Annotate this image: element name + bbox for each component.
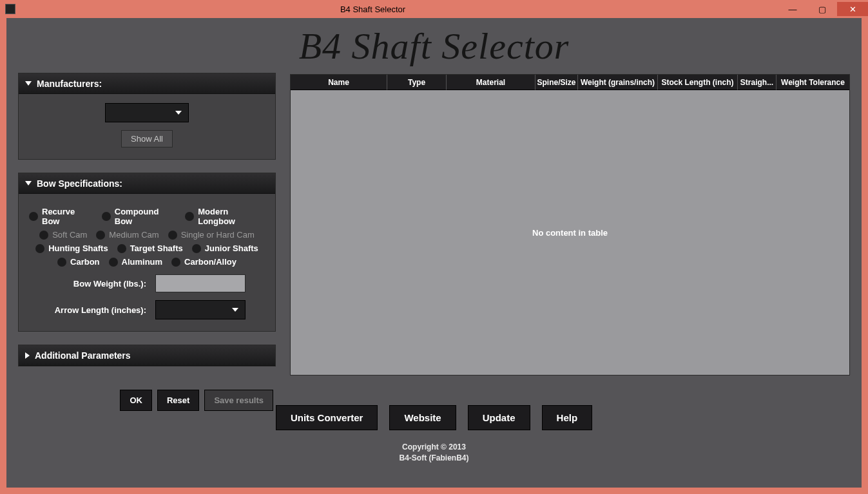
chevron-down-icon bbox=[232, 308, 238, 312]
radio-icon bbox=[39, 231, 48, 240]
author-line: B4-Soft (FabienB4) bbox=[18, 453, 850, 464]
radio-icon bbox=[117, 244, 126, 253]
show-all-button[interactable]: Show All bbox=[121, 130, 173, 147]
chevron-down-icon bbox=[175, 111, 182, 115]
radio-label: Hunting Shafts bbox=[48, 243, 108, 253]
radio-hunting-shafts[interactable]: Hunting Shafts bbox=[35, 243, 108, 253]
chevron-right-icon bbox=[25, 352, 30, 359]
col-material[interactable]: Material bbox=[447, 75, 535, 90]
col-spine[interactable]: Spine/Size bbox=[535, 75, 578, 90]
radio-modern-longbow[interactable]: Modern Longbow bbox=[185, 207, 265, 226]
website-button[interactable]: Website bbox=[389, 405, 456, 430]
update-button[interactable]: Update bbox=[468, 405, 530, 430]
radio-icon bbox=[57, 258, 66, 267]
radio-carbon[interactable]: Carbon bbox=[57, 257, 100, 267]
col-stock[interactable]: Stock Length (inch) bbox=[658, 75, 738, 90]
radio-label: Single or Hard Cam bbox=[181, 230, 255, 240]
radio-hard-cam: Single or Hard Cam bbox=[168, 230, 255, 240]
footer: Copyright © 2013 B4-Soft (FabienB4) bbox=[18, 442, 850, 464]
radio-junior-shafts[interactable]: Junior Shafts bbox=[192, 243, 258, 253]
bow-weight-label: Bow Weight (lbs.): bbox=[73, 279, 146, 289]
additional-params-title: Additional Parameters bbox=[35, 350, 131, 361]
radio-label: Target Shafts bbox=[130, 243, 183, 253]
close-button[interactable]: ✕ bbox=[837, 2, 868, 16]
radio-aluminum[interactable]: Aluminum bbox=[109, 257, 163, 267]
radio-soft-cam: Soft Cam bbox=[39, 230, 87, 240]
radio-label: Medium Cam bbox=[109, 230, 159, 240]
col-tolerance[interactable]: Weight Tolerance bbox=[776, 75, 849, 90]
radio-label: Modern Longbow bbox=[198, 207, 265, 226]
table-header-row: Name Type Material Spine/Size Weight (gr… bbox=[291, 75, 849, 90]
radio-icon bbox=[102, 212, 111, 221]
manufacturers-title: Manufacturers: bbox=[37, 79, 102, 89]
minimize-button[interactable]: — bbox=[778, 2, 807, 16]
additional-params-panel: Additional Parameters bbox=[18, 345, 276, 366]
radio-icon bbox=[96, 231, 105, 240]
units-converter-button[interactable]: Units Converter bbox=[276, 405, 378, 430]
arrow-length-dropdown[interactable] bbox=[155, 300, 246, 319]
radio-label: Carbon bbox=[70, 257, 100, 267]
radio-icon bbox=[192, 244, 201, 253]
radio-label: Compound Bow bbox=[115, 207, 176, 226]
chevron-down-icon bbox=[25, 181, 32, 185]
reset-button[interactable]: Reset bbox=[157, 390, 199, 411]
help-button[interactable]: Help bbox=[542, 405, 593, 430]
additional-params-header[interactable]: Additional Parameters bbox=[19, 345, 275, 366]
bow-spec-header[interactable]: Bow Specifications: bbox=[19, 173, 275, 194]
table-empty-message: No content in table bbox=[291, 90, 849, 375]
manufacturer-dropdown[interactable] bbox=[105, 103, 189, 122]
radio-icon bbox=[109, 258, 118, 267]
app-title: B4 Shaft Selector bbox=[18, 18, 850, 73]
radio-medium-cam: Medium Cam bbox=[96, 230, 159, 240]
save-results-button: Save results bbox=[204, 390, 273, 411]
bow-spec-panel: Bow Specifications: Recurve Bow Compound… bbox=[18, 173, 276, 332]
radio-label: Recurve Bow bbox=[42, 207, 93, 226]
radio-recurve-bow[interactable]: Recurve Bow bbox=[29, 207, 93, 226]
radio-label: Soft Cam bbox=[52, 230, 87, 240]
manufacturers-panel: Manufacturers: Show All bbox=[18, 73, 276, 160]
results-table: Name Type Material Spine/Size Weight (gr… bbox=[290, 74, 850, 375]
window-title: B4 Shaft Selector bbox=[0, 5, 778, 14]
ok-button[interactable]: OK bbox=[120, 390, 152, 411]
radio-label: Aluminum bbox=[122, 257, 163, 267]
radio-icon bbox=[171, 258, 180, 267]
radio-carbon-alloy[interactable]: Carbon/Alloy bbox=[171, 257, 236, 267]
radio-icon bbox=[185, 212, 194, 221]
radio-label: Junior Shafts bbox=[205, 243, 258, 253]
bow-weight-input[interactable] bbox=[155, 274, 246, 292]
manufacturers-header[interactable]: Manufacturers: bbox=[19, 73, 275, 94]
chevron-down-icon bbox=[25, 81, 32, 86]
col-name[interactable]: Name bbox=[291, 75, 387, 90]
app-frame: B4 Shaft Selector Manufacturers: Show Al… bbox=[6, 18, 862, 488]
radio-label: Carbon/Alloy bbox=[184, 257, 236, 267]
col-type[interactable]: Type bbox=[387, 75, 447, 90]
maximize-button[interactable]: ▢ bbox=[807, 2, 837, 16]
radio-icon bbox=[35, 244, 44, 253]
arrow-length-label: Arrow Length (inches): bbox=[55, 305, 146, 315]
radio-compound-bow[interactable]: Compound Bow bbox=[102, 207, 176, 226]
radio-icon bbox=[168, 231, 177, 240]
radio-icon bbox=[29, 212, 38, 221]
bow-spec-title: Bow Specifications: bbox=[37, 178, 122, 189]
title-bar: B4 Shaft Selector — ▢ ✕ bbox=[0, 0, 868, 18]
radio-target-shafts[interactable]: Target Shafts bbox=[117, 243, 183, 253]
copyright-line: Copyright © 2013 bbox=[18, 442, 850, 453]
col-weight[interactable]: Weight (grains/inch) bbox=[578, 75, 658, 90]
col-straightness[interactable]: Straigh... bbox=[738, 75, 776, 90]
